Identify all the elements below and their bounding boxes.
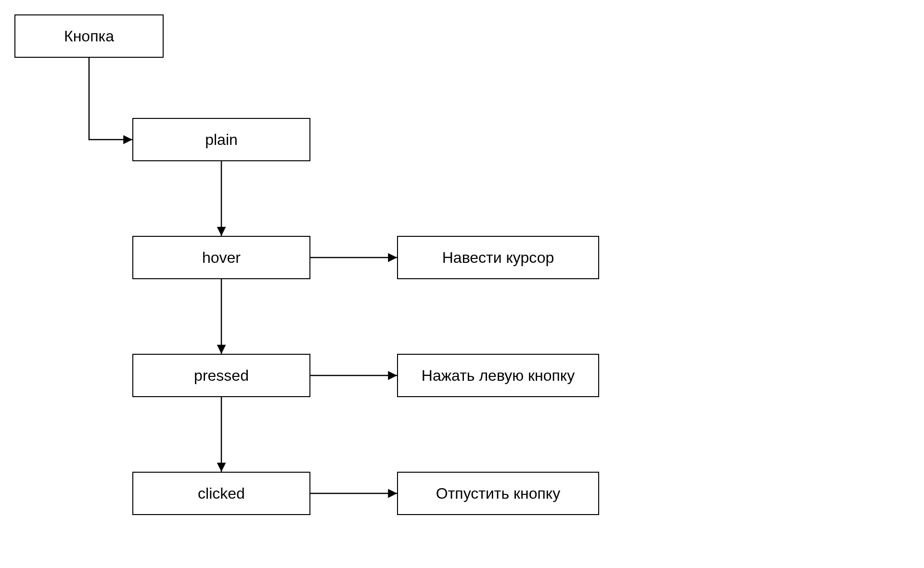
node-clicked: clicked [132,472,310,515]
edge-root-plain [89,58,132,140]
node-clicked-label: clicked [198,485,245,503]
node-pressed-action-label: Нажать левую кнопку [422,367,575,385]
node-hover: hover [132,236,310,279]
node-root-label: Кнопка [64,27,114,45]
node-hover-action: Навести курсор [397,236,599,279]
node-plain: plain [132,118,310,161]
node-clicked-action-label: Отпустить кнопку [436,485,560,503]
node-hover-action-label: Навести курсор [442,249,554,267]
node-root: Кнопка [14,14,164,58]
node-hover-label: hover [202,249,241,267]
node-pressed-action: Нажать левую кнопку [397,354,599,397]
node-clicked-action: Отпустить кнопку [397,472,599,515]
diagram-canvas: Кнопка plain hover pressed clicked Навес… [0,0,924,568]
node-pressed-label: pressed [194,367,249,385]
node-pressed: pressed [132,354,310,397]
node-plain-label: plain [205,131,238,149]
